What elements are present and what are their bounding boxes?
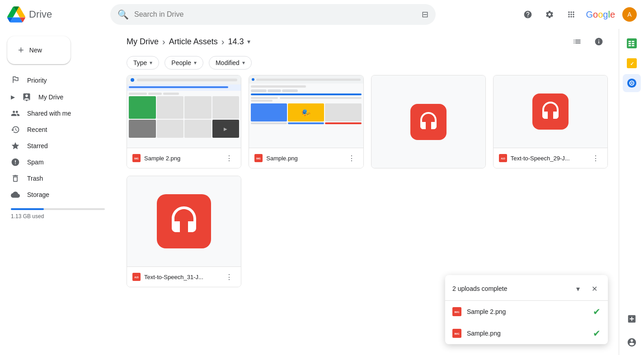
storage-bar [11, 208, 105, 210]
file-card-tts29[interactable]: AUD Text-to-Speech_29-J... ⋮ [493, 75, 608, 168]
app-name: Drive [29, 9, 52, 20]
trash-icon [11, 174, 20, 183]
svg-text:IMG: IMG [256, 157, 261, 160]
help-button[interactable] [519, 5, 537, 23]
svg-text:IMG: IMG [454, 332, 459, 335]
sidebar-item-label: Spam [27, 159, 44, 166]
headphone-icon-tts29 [540, 101, 561, 122]
filter-people[interactable]: People ▾ [165, 56, 203, 70]
sidebar: + New Priority ▶ My Drive Shared with me… [0, 29, 116, 355]
priority-icon [11, 75, 20, 85]
sidebar-item-label: Shared with me [27, 110, 71, 117]
settings-button[interactable] [541, 5, 559, 23]
svg-rect-15 [628, 45, 631, 47]
file-menu-button-sample2[interactable]: ⋮ [223, 152, 235, 164]
contacts-icon [627, 337, 637, 347]
upload-complete-icon-sample2: ✔ [593, 306, 601, 317]
right-icon-add[interactable] [623, 310, 641, 328]
file-grid-row-1: ▶ IMG Sample 2.png ⋮ [127, 75, 608, 168]
header-actions [568, 33, 608, 51]
file-thumb-tts31 [127, 176, 241, 266]
filter-modified-caret: ▾ [242, 60, 245, 66]
storage-text: 1.13 GB used [11, 213, 44, 220]
filter-modified-label: Modified [216, 59, 240, 66]
storage-icon [11, 190, 20, 199]
avatar[interactable]: A [622, 7, 637, 22]
filter-type-label: Type [133, 59, 147, 66]
sidebar-item-starred[interactable]: Starred [0, 138, 108, 154]
sidebar-item-label: Storage [27, 191, 49, 198]
file-card-sample[interactable]: 🎭 IMG [249, 75, 363, 168]
file-card-footer-tts29: AUD Text-to-Speech_29-J... ⋮ [494, 148, 607, 168]
filter-people-label: People [171, 59, 191, 66]
filter-people-caret: ▾ [194, 60, 197, 66]
right-icon-active[interactable] [623, 74, 641, 92]
info-button[interactable] [590, 33, 608, 51]
filter-bar: Type ▾ People ▾ Modified ▾ [116, 51, 619, 75]
file-name-sample2: Sample 2.png [144, 155, 219, 162]
file-card-tts23[interactable]: AUD Text-to-Speech_23-J... ⋮ [371, 75, 486, 168]
file-menu-button-tts31[interactable]: ⋮ [223, 271, 235, 283]
search-bar[interactable]: 🔍 ⊟ [110, 4, 436, 25]
upload-header-actions: ▾ ✕ [572, 282, 601, 295]
file-menu-button-sample[interactable]: ⋮ [345, 152, 358, 164]
storage-fill [11, 208, 44, 210]
filter-icon[interactable]: ⊟ [422, 9, 428, 19]
file-name-tts29: Text-to-Speech_29-J... [511, 155, 586, 162]
file-card-tts31[interactable]: AUD Text-to-Speech_31-J... ⋮ [127, 176, 241, 287]
file-menu-button-tts29[interactable]: ⋮ [589, 152, 602, 164]
recent-icon [11, 125, 20, 134]
upload-item-icon-sample2: IMG [452, 307, 461, 316]
info-icon [594, 37, 603, 46]
breadcrumb-sep-2: › [221, 37, 225, 47]
upload-close-button[interactable]: ✕ [588, 282, 601, 295]
svg-point-20 [631, 82, 633, 84]
sidebar-item-storage[interactable]: Storage [0, 187, 108, 203]
content-header: My Drive › Article Assets › 14.3 ▾ [116, 29, 619, 51]
svg-rect-12 [632, 41, 635, 42]
breadcrumb-folder[interactable]: Article Assets [169, 37, 218, 47]
filter-modified[interactable]: Modified ▾ [209, 56, 252, 70]
svg-text:IMG: IMG [454, 311, 459, 313]
upload-notification: 2 uploads complete ▾ ✕ IMG Sample 2.png … [445, 275, 608, 344]
breadcrumb-sep-1: › [162, 37, 165, 47]
my-drive-icon [22, 93, 31, 102]
breadcrumb: My Drive › Article Assets › 14.3 ▾ [127, 37, 250, 47]
sidebar-item-priority[interactable]: Priority [0, 71, 108, 89]
list-view-button[interactable] [568, 33, 586, 51]
sidebar-item-label: Recent [27, 126, 47, 133]
list-view-icon [573, 37, 582, 46]
new-button-label: New [29, 47, 42, 54]
file-card-footer-tts23: AUD Text-to-Speech_23-J... ⋮ [371, 168, 485, 168]
svg-text:IMG: IMG [134, 157, 139, 160]
svg-text:AUD: AUD [134, 276, 139, 279]
starred-icon [11, 141, 20, 150]
sidebar-item-recent[interactable]: Recent [0, 121, 108, 138]
file-thumb-sample: 🎭 [249, 75, 363, 148]
active-app-icon [627, 78, 637, 88]
file-name-sample: Sample.png [266, 155, 341, 162]
right-icon-sheets[interactable] [623, 34, 641, 52]
breadcrumb-root[interactable]: My Drive [127, 37, 159, 47]
sidebar-item-label: Starred [27, 142, 48, 149]
file-grid-row-2: AUD Text-to-Speech_31-J... ⋮ [127, 176, 608, 287]
right-icon-tasks[interactable]: ✓ [623, 54, 641, 72]
search-input[interactable] [134, 10, 416, 19]
sheets-icon [627, 38, 637, 48]
filter-type[interactable]: Type ▾ [127, 56, 159, 70]
sidebar-item-trash[interactable]: Trash [0, 170, 108, 187]
right-icon-contacts[interactable] [623, 333, 641, 351]
sidebar-item-shared[interactable]: Shared with me [0, 105, 108, 121]
sidebar-item-spam[interactable]: Spam [0, 154, 108, 170]
apps-button[interactable] [562, 5, 580, 23]
apps-icon [567, 10, 576, 19]
breadcrumb-current[interactable]: 14.3 ▾ [228, 37, 250, 47]
file-card-sample2[interactable]: ▶ IMG Sample 2.png ⋮ [127, 75, 241, 168]
drive-logo-icon [7, 5, 25, 23]
upload-collapse-button[interactable]: ▾ [572, 282, 584, 295]
sidebar-item-my-drive[interactable]: ▶ My Drive [0, 89, 108, 105]
file-card-footer-sample: IMG Sample.png ⋮ [249, 148, 363, 168]
new-button[interactable]: + New [7, 36, 71, 64]
sidebar-item-label: Priority [27, 77, 47, 84]
sidebar-item-label: Trash [27, 175, 43, 182]
